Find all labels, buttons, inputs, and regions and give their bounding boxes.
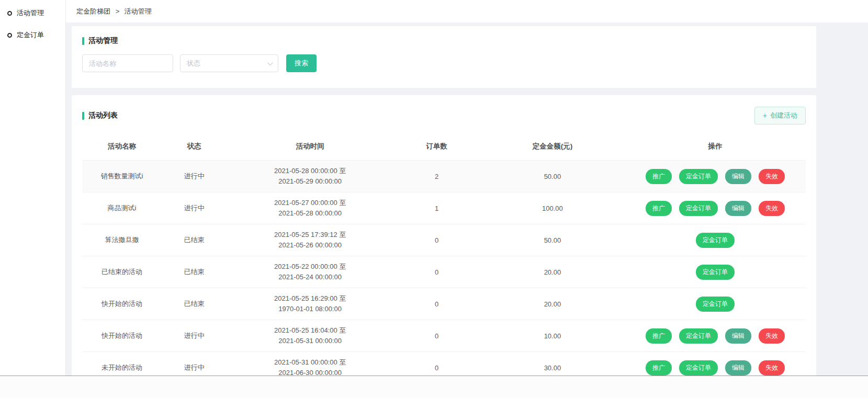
action-button-deposit[interactable]: 定金订单	[679, 328, 718, 344]
table-row: 快开始的活动进行中2021-05-25 16:04:00 至2021-05-31…	[82, 320, 806, 352]
action-button-deposit[interactable]: 定金订单	[679, 201, 718, 216]
sidebar: 活动管理 定金订单	[0, 0, 66, 376]
list-panel-title-text: 活动列表	[88, 111, 118, 120]
action-button-promote[interactable]: 推广	[646, 201, 672, 216]
cell-order-count: 1	[393, 192, 480, 224]
time-end: 2021-05-24 00:00:00	[229, 272, 391, 282]
table-row: 商品测试i进行中2021-05-27 00:00:00 至2021-05-28 …	[82, 192, 806, 224]
column-header: 订单数	[393, 135, 480, 161]
time-end: 1970-01-01 08:00:00	[229, 304, 391, 314]
cell-actions: 定金订单	[625, 256, 806, 288]
time-start: 2021-05-25 16:04:00 至	[229, 325, 391, 336]
cell-activity-time: 2021-05-31 00:00:00 至2021-06-30 00:00:00	[227, 352, 393, 376]
action-button-edit[interactable]: 编辑	[725, 360, 751, 376]
table-row: 已结束的活动已结束2021-05-22 00:00:00 至2021-05-24…	[82, 256, 806, 288]
sidebar-item-label: 定金订单	[17, 30, 44, 40]
cell-status: 已结束	[162, 288, 227, 320]
time-start: 2021-05-28 00:00:00 至	[229, 166, 391, 176]
cell-activity-name: 商品测试i	[82, 192, 162, 224]
cell-deposit-amount: 30.00	[480, 352, 625, 376]
cell-activity-name: 已结束的活动	[82, 256, 162, 288]
cell-order-count: 0	[393, 256, 480, 288]
action-button-edit[interactable]: 编辑	[725, 328, 751, 344]
table-row: 未开始的活动进行中2021-05-31 00:00:00 至2021-06-30…	[82, 352, 806, 376]
create-activity-button[interactable]: + 创建活动	[754, 107, 806, 124]
column-header: 定金金额(元)	[480, 135, 625, 161]
time-start: 2021-05-22 00:00:00 至	[229, 261, 391, 272]
cell-order-count: 0	[393, 224, 480, 256]
cell-actions: 定金订单	[625, 288, 806, 320]
cell-activity-time: 2021-05-25 16:04:00 至2021-05-31 00:00:00	[227, 320, 393, 352]
action-button-invalidate[interactable]: 失效	[759, 201, 785, 216]
cell-status: 进行中	[162, 320, 227, 352]
cell-actions: 推广定金订单编辑失效	[625, 320, 806, 352]
action-button-deposit[interactable]: 定金订单	[679, 169, 718, 184]
cell-status: 进行中	[162, 161, 227, 192]
sidebar-item-activity-management[interactable]: 活动管理	[0, 2, 65, 24]
cell-deposit-amount: 20.00	[480, 256, 625, 288]
breadcrumb-current: 活动管理	[125, 7, 152, 15]
sidebar-item-deposit-orders[interactable]: 定金订单	[0, 24, 65, 46]
activity-list-panel: 活动列表 + 创建活动 活动名称状态活动时间订单数定金金额(元)操作 销售数量测…	[72, 95, 816, 376]
action-button-deposit[interactable]: 定金订单	[679, 360, 718, 376]
time-end: 2021-05-26 00:00:00	[229, 240, 391, 251]
action-button-deposit[interactable]: 定金订单	[696, 297, 735, 312]
action-button-deposit[interactable]: 定金订单	[696, 265, 735, 280]
create-activity-label: 创建活动	[770, 111, 797, 120]
search-row: 状态 搜索	[82, 54, 806, 72]
action-button-promote[interactable]: 推广	[646, 328, 672, 344]
cell-activity-time: 2021-05-28 00:00:00 至2021-05-29 00:00:00	[227, 161, 393, 192]
cell-actions: 定金订单	[625, 224, 806, 256]
time-start: 2021-05-31 00:00:00 至	[229, 357, 391, 368]
action-button-deposit[interactable]: 定金订单	[696, 233, 735, 248]
action-button-invalidate[interactable]: 失效	[759, 169, 785, 184]
status-select-placeholder: 状态	[187, 59, 200, 68]
bottom-strip	[0, 376, 868, 397]
action-button-edit[interactable]: 编辑	[725, 169, 751, 184]
cell-actions: 推广定金订单编辑失效	[625, 352, 806, 376]
column-header: 状态	[162, 135, 227, 161]
cell-activity-name: 快开始的活动	[82, 288, 162, 320]
activity-name-input[interactable]	[82, 54, 173, 72]
cell-status: 已结束	[162, 256, 227, 288]
time-end: 2021-06-30 00:00:00	[229, 368, 391, 376]
content: 活动管理 状态 搜索 活动列表	[66, 23, 868, 376]
breadcrumb-separator: >	[116, 7, 120, 15]
status-select[interactable]: 状态	[180, 54, 278, 72]
cell-deposit-amount: 50.00	[480, 224, 625, 256]
cell-activity-time: 2021-05-27 00:00:00 至2021-05-28 00:00:00	[227, 192, 393, 224]
action-button-promote[interactable]: 推广	[646, 360, 672, 376]
plus-icon: +	[763, 111, 767, 120]
time-start: 2021-05-25 16:29:00 至	[229, 293, 391, 304]
breadcrumb: 定金阶梯团 > 活动管理	[66, 0, 868, 23]
breadcrumb-parent[interactable]: 定金阶梯团	[76, 7, 110, 15]
time-start: 2021-05-27 00:00:00 至	[229, 198, 391, 208]
table-header-row: 活动名称状态活动时间订单数定金金额(元)操作	[82, 135, 806, 161]
cell-status: 已结束	[162, 224, 227, 256]
action-button-promote[interactable]: 推广	[646, 169, 672, 184]
cell-order-count: 0	[393, 320, 480, 352]
cell-order-count: 0	[393, 288, 480, 320]
circle-icon	[7, 33, 12, 38]
search-button[interactable]: 搜索	[286, 54, 317, 72]
circle-icon	[7, 11, 12, 16]
table-row: 快开始的活动已结束2021-05-25 16:29:00 至1970-01-01…	[82, 288, 806, 320]
cell-activity-time: 2021-05-22 00:00:00 至2021-05-24 00:00:00	[227, 256, 393, 288]
action-button-invalidate[interactable]: 失效	[759, 328, 785, 344]
cell-activity-name: 未开始的活动	[82, 352, 162, 376]
cell-deposit-amount: 100.00	[480, 192, 625, 224]
search-panel-title-text: 活动管理	[88, 36, 118, 46]
cell-activity-time: 2021-05-25 17:39:12 至2021-05-26 00:00:00	[227, 224, 393, 256]
cell-activity-name: 销售数量测试i	[82, 161, 162, 192]
time-start: 2021-05-25 17:39:12 至	[229, 230, 391, 240]
cell-actions: 推广定金订单编辑失效	[625, 161, 806, 192]
action-button-edit[interactable]: 编辑	[725, 201, 751, 216]
search-panel: 活动管理 状态 搜索	[72, 26, 816, 88]
cell-order-count: 0	[393, 352, 480, 376]
cell-status: 进行中	[162, 352, 227, 376]
list-panel-title: 活动列表	[82, 111, 118, 120]
action-button-invalidate[interactable]: 失效	[759, 360, 785, 376]
cell-status: 进行中	[162, 192, 227, 224]
cell-activity-name: 算法撒旦撒	[82, 224, 162, 256]
column-header: 活动名称	[82, 135, 162, 161]
